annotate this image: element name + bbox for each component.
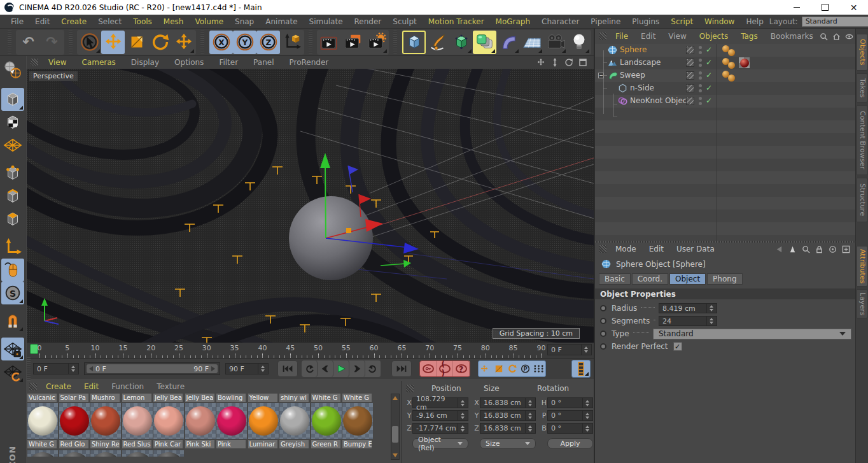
material-thumbnail-partial[interactable]	[90, 450, 121, 457]
visibility-dots[interactable]	[699, 46, 703, 56]
add-panel-icon[interactable]	[842, 245, 850, 253]
material-name-above[interactable]: Yellow	[248, 394, 277, 402]
menu-select[interactable]: Select	[92, 17, 127, 26]
undo-button[interactable]: ↶	[17, 31, 40, 54]
am-menu-edit[interactable]: Edit	[643, 245, 670, 253]
toolbar-grip[interactable]	[8, 31, 11, 54]
viewport-mode-mouse-button[interactable]	[1, 259, 24, 281]
material-thumbnail[interactable]	[311, 403, 342, 439]
material-thumbnail[interactable]	[342, 403, 373, 439]
material-menu-texture[interactable]: Texture	[150, 382, 191, 391]
layout-dropdown[interactable]: Standard	[802, 17, 868, 27]
add-cube-button[interactable]	[402, 31, 426, 54]
attribute-tab-basic[interactable]: Basic	[599, 273, 631, 285]
material-name[interactable]: Shiny Re	[90, 440, 120, 448]
play-button[interactable]	[333, 360, 349, 377]
render-view-button[interactable]	[318, 31, 341, 54]
key-position-button[interactable]	[479, 361, 492, 376]
autokeying-button[interactable]: ( )	[437, 361, 453, 376]
material-name[interactable]: Luminar	[248, 440, 277, 448]
layer-swatch[interactable]	[686, 97, 694, 105]
edit-render-settings-button[interactable]	[365, 31, 388, 54]
next-frame-button[interactable]	[349, 360, 365, 377]
magnet-tool-button[interactable]	[1, 310, 24, 332]
menu-character[interactable]: Character	[536, 17, 585, 26]
menu-plugins[interactable]: Plugins	[626, 17, 665, 26]
layer-swatch[interactable]	[686, 59, 694, 67]
range-left-arrow-icon[interactable]	[89, 366, 93, 371]
goto-start-button[interactable]	[277, 360, 298, 377]
scale-button[interactable]	[125, 31, 148, 54]
visibility-dots[interactable]	[699, 84, 703, 94]
material-thumbnail[interactable]	[153, 403, 184, 439]
coordinate-system-button[interactable]	[280, 31, 304, 54]
scroll-up-icon[interactable]	[393, 396, 398, 400]
viewport-3d-scene[interactable]: Perspective Grid Spacing : 10 cm	[27, 69, 594, 343]
record-keyframe-button[interactable]	[420, 361, 437, 376]
snap-settings-button[interactable]: S	[1, 281, 24, 304]
menu-motion-tracker[interactable]: Motion Tracker	[423, 17, 490, 26]
current-frame-field[interactable]: 0 F	[33, 363, 79, 374]
menu-create[interactable]: Create	[55, 17, 92, 26]
coord-mode-dropdown[interactable]: Object (Rel)	[412, 438, 468, 449]
points-mode-button[interactable]	[1, 162, 24, 185]
layer-swatch[interactable]	[686, 71, 694, 80]
menu-help[interactable]: Help	[740, 17, 769, 26]
target-icon[interactable]	[829, 245, 837, 253]
material-thumbnail-partial[interactable]	[122, 450, 153, 457]
apply-button[interactable]: Apply	[547, 438, 593, 449]
visibility-dots[interactable]	[699, 97, 703, 107]
lock-icon[interactable]	[815, 245, 823, 253]
position-y-field[interactable]: -9.16 cm	[412, 410, 468, 421]
menu-script[interactable]: Script	[665, 17, 699, 26]
panel-tab-content-browser[interactable]: Content Browser	[857, 105, 868, 175]
toolbar-grip[interactable]	[393, 31, 397, 54]
menu-mesh[interactable]: Mesh	[158, 17, 190, 26]
enabled-check-icon[interactable]: ✓	[706, 71, 712, 80]
material-name-above[interactable]: Vulcanic	[27, 394, 57, 402]
eye-icon[interactable]	[845, 32, 853, 41]
material-name-above[interactable]: Jelly Bea	[153, 394, 183, 402]
om-menu-edit[interactable]: Edit	[634, 32, 662, 41]
search-icon[interactable]	[802, 245, 810, 253]
keyframe-circle-icon[interactable]	[600, 318, 606, 324]
spinner[interactable]	[258, 364, 265, 374]
layer-swatch[interactable]	[686, 84, 694, 92]
material-thumbnail-partial[interactable]	[27, 450, 58, 457]
search-icon[interactable]	[820, 32, 828, 41]
attribute-tab-phong[interactable]: Phong	[707, 273, 742, 285]
object-row-sphere[interactable]: Sphere✓	[595, 44, 855, 57]
enabled-check-icon[interactable]: ✓	[706, 45, 712, 54]
subdivision-surface-button[interactable]	[449, 31, 473, 54]
panel-tab-takes[interactable]: Takes	[857, 73, 868, 103]
viewport-menu-panel[interactable]: Panel	[246, 58, 281, 67]
material-thumbnail[interactable]	[185, 403, 216, 439]
workplane-mode-button[interactable]	[1, 134, 24, 157]
spinner[interactable]	[582, 411, 589, 420]
spinner[interactable]	[458, 398, 465, 408]
panel-grip-icon[interactable]	[406, 385, 414, 392]
panel-grip-icon[interactable]	[599, 32, 606, 40]
attribute-tab-object[interactable]: Object	[669, 273, 706, 285]
camera-label[interactable]: Perspective	[29, 71, 78, 81]
spinner[interactable]	[582, 398, 589, 408]
attribute-tab-coord-[interactable]: Coord.	[632, 273, 668, 285]
om-menu-file[interactable]: File	[609, 32, 634, 41]
size-z-field[interactable]: 16.838 cm	[480, 423, 536, 434]
menu-render[interactable]: Render	[349, 17, 388, 26]
rotation-b-field[interactable]: 0 °	[547, 423, 593, 434]
object-name[interactable]: n-Side	[630, 83, 654, 92]
rotation-p-field[interactable]: 0 °	[547, 410, 593, 421]
material-name[interactable]: Greyish	[279, 440, 309, 448]
lock-z-button[interactable]: Z	[256, 31, 280, 54]
material-name-above[interactable]: White G	[311, 394, 340, 402]
redo-button[interactable]: ↷	[40, 31, 64, 54]
size-mode-dropdown[interactable]: Size	[480, 438, 536, 449]
spinner[interactable]	[525, 398, 532, 408]
key-scale-button[interactable]	[492, 361, 505, 376]
axis-mode-button[interactable]	[1, 236, 24, 259]
om-menu-bookmarks[interactable]: Bookmarks	[764, 32, 820, 41]
freehand-spline-button[interactable]	[426, 31, 449, 54]
material-name[interactable]: White G	[27, 440, 57, 448]
scroll-thumb[interactable]	[392, 426, 398, 443]
